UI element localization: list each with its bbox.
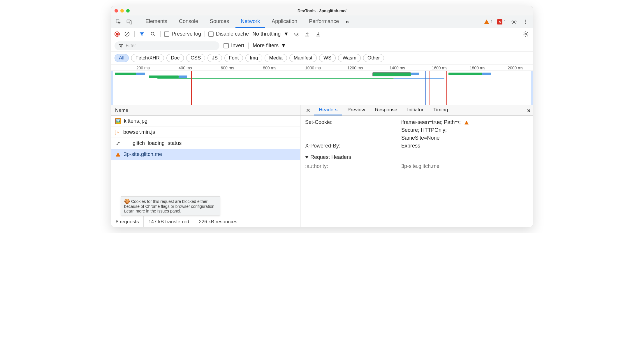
svg-point-12 <box>297 34 298 36</box>
tick-label: 2000 ms <box>508 66 523 70</box>
chip-wasm[interactable]: Wasm <box>338 54 361 62</box>
svg-point-6 <box>525 23 526 24</box>
request-headers-section[interactable]: Request Headers <box>305 154 528 160</box>
disable-cache-checkbox[interactable]: Disable cache <box>208 31 249 37</box>
upload-har-icon[interactable] <box>303 30 311 38</box>
svg-line-8 <box>125 32 129 36</box>
section-label: Request Headers <box>310 154 351 160</box>
preserve-log-label: Preserve log <box>172 31 201 37</box>
detail-tab-preview[interactable]: Preview <box>343 105 369 115</box>
request-name: ___glitch_loading_status___ <box>124 140 190 146</box>
request-row[interactable]: 3p-site.glitch.me <box>111 149 300 160</box>
svg-line-10 <box>154 35 155 36</box>
detail-tab-initiator[interactable]: Initiator <box>402 105 428 115</box>
request-row[interactable]: 🖼️ kittens.jpg <box>111 116 300 127</box>
tab-network[interactable]: Network <box>235 15 265 28</box>
detail-body[interactable]: Set-Cookie: iframe-seen=true; Path=/; Se… <box>300 116 533 227</box>
filter-toggle-icon[interactable] <box>138 30 146 38</box>
chip-ws[interactable]: WS <box>319 54 336 62</box>
device-toggle-icon[interactable] <box>126 18 133 26</box>
tick-label: 400 ms <box>179 66 192 70</box>
detail-tab-timing[interactable]: Timing <box>429 105 453 115</box>
close-detail-icon[interactable]: ✕ <box>303 107 314 114</box>
close-window-icon[interactable] <box>115 9 118 13</box>
settings-gear-icon[interactable] <box>510 18 518 26</box>
issues-warning-badge[interactable]: 1 <box>484 19 493 24</box>
error-box-icon: × <box>497 19 502 24</box>
chip-all[interactable]: All <box>115 54 129 62</box>
chip-font[interactable]: Font <box>224 54 243 62</box>
tab-performance[interactable]: Performance <box>304 15 344 28</box>
warning-triangle-icon <box>484 20 489 24</box>
record-button[interactable] <box>115 31 120 37</box>
chip-other[interactable]: Other <box>363 54 384 62</box>
checkbox-icon <box>224 43 229 48</box>
request-name: 3p-site.glitch.me <box>124 151 162 157</box>
svg-point-5 <box>525 21 526 22</box>
timeline-handle-right[interactable] <box>531 71 533 105</box>
request-name: bowser.min.js <box>123 129 155 135</box>
name-column-header[interactable]: Name <box>111 105 300 116</box>
chevron-down-icon: ▼ <box>284 31 289 37</box>
more-filters-dropdown[interactable]: More filters ▼ <box>253 43 286 49</box>
header-row: :authority: 3p-site.glitch.me <box>305 163 528 169</box>
divider <box>134 31 135 37</box>
tabs-overflow-icon[interactable]: » <box>345 18 349 26</box>
status-bar: 8 requests 147 kB transferred 226 kB res… <box>111 216 300 227</box>
chip-manifest[interactable]: Manifest <box>289 54 317 62</box>
maximize-window-icon[interactable] <box>126 9 130 13</box>
svg-point-13 <box>525 33 527 35</box>
clear-button-icon[interactable] <box>123 30 131 38</box>
tab-application[interactable]: Application <box>266 15 302 28</box>
filter-input-wrap[interactable] <box>115 41 219 50</box>
header-name: X-Powered-By: <box>305 143 401 149</box>
traffic-lights <box>115 9 130 13</box>
tab-console[interactable]: Console <box>174 15 203 28</box>
preserve-log-checkbox[interactable]: Preserve log <box>164 31 201 37</box>
image-file-icon: 🖼️ <box>115 118 121 124</box>
disclosure-triangle-icon <box>305 156 309 159</box>
chip-css[interactable]: CSS <box>186 54 205 62</box>
tick-label: 600 ms <box>221 66 234 70</box>
timeline-handle-left[interactable] <box>111 71 113 105</box>
tick-label: 1000 ms <box>305 66 321 70</box>
funnel-icon <box>119 43 123 48</box>
timeline-overview[interactable]: 200 ms 400 ms 600 ms 800 ms 1000 ms 1200… <box>111 64 533 105</box>
chip-doc[interactable]: Doc <box>166 54 184 62</box>
chip-js[interactable]: JS <box>207 54 222 62</box>
throttling-select[interactable]: No throttling ▼ <box>252 31 289 37</box>
detail-tabs-overflow-icon[interactable]: » <box>527 107 531 114</box>
network-conditions-icon[interactable] <box>292 30 300 38</box>
tab-elements[interactable]: Elements <box>140 15 173 28</box>
minimize-window-icon[interactable] <box>120 9 124 13</box>
devtools-window: DevTools - 3pc.glitch.me/ Elements Conso… <box>111 6 533 227</box>
request-row[interactable]: ___glitch_loading_status___ <box>111 138 300 149</box>
detail-tab-response[interactable]: Response <box>370 105 402 115</box>
status-transferred: 147 kB transferred <box>144 216 194 227</box>
network-settings-icon[interactable] <box>522 30 529 38</box>
header-name: :authority: <box>305 163 401 169</box>
checkbox-icon <box>208 31 214 37</box>
detail-tab-headers[interactable]: Headers <box>314 105 342 115</box>
svg-rect-2 <box>130 21 132 24</box>
kebab-menu-icon[interactable] <box>522 18 529 26</box>
detail-pane: ✕ Headers Preview Response Initiator Tim… <box>300 105 533 227</box>
tab-sources[interactable]: Sources <box>205 15 234 28</box>
issues-error-badge[interactable]: × 1 <box>497 19 506 24</box>
inspect-element-icon[interactable] <box>115 18 122 26</box>
request-row[interactable]: ‹› bowser.min.js <box>111 127 300 138</box>
header-value: 3p-site.glitch.me <box>401 163 528 169</box>
search-icon[interactable] <box>149 30 157 38</box>
download-har-icon[interactable] <box>314 30 322 38</box>
warning-triangle-icon[interactable] <box>464 121 469 124</box>
filter-input[interactable] <box>126 43 215 48</box>
more-filters-label: More filters <box>253 43 279 49</box>
invert-checkbox[interactable]: Invert <box>224 43 244 49</box>
divider <box>205 31 205 37</box>
chip-media[interactable]: Media <box>265 54 287 62</box>
network-toolbar: Preserve log Disable cache No throttling… <box>111 28 533 40</box>
chip-fetch-xhr[interactable]: Fetch/XHR <box>131 54 164 62</box>
header-value-cont: SameSite=None <box>401 135 528 141</box>
status-requests: 8 requests <box>111 216 144 227</box>
chip-img[interactable]: Img <box>245 54 262 62</box>
